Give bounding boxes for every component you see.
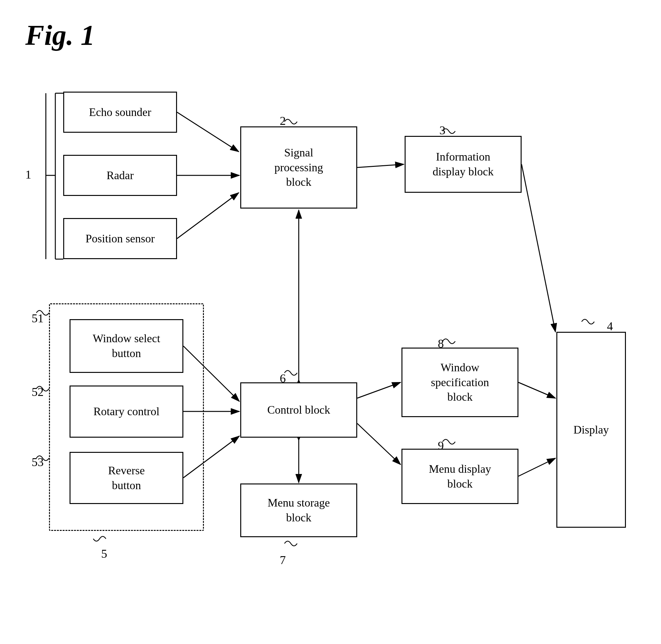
menu-storage-label: Menu storage block: [268, 496, 330, 525]
radar-label: Radar: [107, 168, 134, 183]
svg-line-16: [519, 382, 555, 398]
signal-processing-block: Signal processing block: [240, 127, 357, 209]
display-block: Display: [556, 332, 626, 528]
display-label: Display: [573, 422, 609, 437]
svg-line-17: [519, 458, 555, 476]
ref-3: 3: [439, 123, 446, 137]
echo-sounder-label: Echo sounder: [89, 105, 152, 120]
signal-processing-label: Signal processing block: [274, 145, 323, 190]
svg-line-6: [522, 164, 555, 332]
menu-display-block: Menu display block: [402, 449, 519, 504]
svg-line-13: [357, 423, 401, 464]
svg-line-5: [357, 164, 404, 167]
information-display-block: Information display block: [405, 136, 522, 193]
window-specification-label: Window specification block: [431, 360, 489, 405]
ref-51: 51: [31, 311, 44, 325]
control-block-label: Control block: [268, 402, 330, 417]
ref-52: 52: [31, 385, 44, 399]
position-sensor-label: Position sensor: [85, 231, 155, 246]
ref-5: 5: [101, 547, 107, 560]
ref-4: 4: [607, 319, 613, 333]
ref-9: 9: [438, 439, 444, 453]
ref-53: 53: [31, 455, 44, 469]
ref-2: 2: [280, 114, 286, 128]
svg-line-2: [177, 112, 239, 152]
svg-line-4: [177, 193, 239, 238]
echo-sounder-block: Echo sounder: [63, 92, 177, 133]
ref-1: 1: [25, 167, 31, 181]
control-block: Control block: [240, 382, 357, 438]
control-group-dashed-box: [49, 303, 204, 531]
menu-storage-block: Menu storage block: [240, 483, 357, 537]
ref-7: 7: [280, 553, 286, 567]
svg-line-12: [357, 382, 401, 398]
position-sensor-block: Position sensor: [63, 218, 177, 259]
ref-6: 6: [280, 371, 286, 385]
radar-block: Radar: [63, 155, 177, 196]
figure-title: Fig. 1: [25, 19, 95, 51]
information-display-label: Information display block: [433, 150, 494, 179]
ref-8: 8: [438, 337, 444, 350]
menu-display-label: Menu display block: [429, 462, 491, 491]
window-specification-block: Window specification block: [402, 348, 519, 417]
